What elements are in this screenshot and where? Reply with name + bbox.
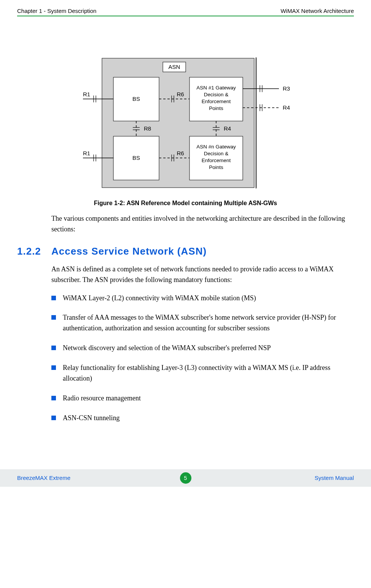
header-left: Chapter 1 - System Description xyxy=(17,8,96,14)
svg-text:Enforcement: Enforcement xyxy=(201,99,231,104)
bullet-text: Relay functionality for establishing Lay… xyxy=(63,363,352,384)
list-item: WiMAX Layer-2 (L2) connectivity with WiM… xyxy=(51,293,352,304)
svg-text:ASN #n Gateway: ASN #n Gateway xyxy=(196,144,236,150)
bullet-icon xyxy=(51,416,56,420)
section-heading: 1.2.2 Access Service Network (ASN) xyxy=(17,245,354,257)
list-item: ASN-CSN tunneling xyxy=(51,413,352,424)
svg-text:R4: R4 xyxy=(224,125,231,132)
section-intro: An ASN is defined as a complete set of n… xyxy=(51,264,352,285)
svg-text:Decision &: Decision & xyxy=(204,151,228,156)
list-item: Relay functionality for establishing Lay… xyxy=(51,363,352,384)
figure-caption: Figure 1-2: ASN Reference Model containi… xyxy=(17,200,354,207)
bullet-icon xyxy=(51,365,56,370)
header-right: WiMAX Network Architecture xyxy=(280,8,354,14)
bullet-icon xyxy=(51,346,56,350)
intro-paragraph: The various components and entities invo… xyxy=(51,214,352,235)
bullet-text: Network discovery and selection of the W… xyxy=(63,343,352,354)
svg-text:R6: R6 xyxy=(177,150,184,156)
svg-text:Points: Points xyxy=(209,164,223,170)
svg-text:ASN: ASN xyxy=(168,64,180,70)
svg-text:Decision &: Decision & xyxy=(204,92,228,97)
svg-text:R6: R6 xyxy=(177,91,184,97)
footer-left: BreezeMAX Extreme xyxy=(17,475,177,481)
svg-text:R3: R3 xyxy=(283,85,290,92)
footer-center: 5 xyxy=(177,472,194,484)
bullet-text: ASN-CSN tunneling xyxy=(63,413,352,424)
svg-text:Points: Points xyxy=(209,105,223,111)
bullet-text: Transfer of AAA messages to the WiMAX su… xyxy=(63,312,352,334)
section-title: Access Service Network (ASN) xyxy=(51,245,207,257)
section-number: 1.2.2 xyxy=(17,245,51,257)
bullet-text: Radio resource management xyxy=(63,393,352,404)
bullet-list: WiMAX Layer-2 (L2) connectivity with WiM… xyxy=(51,293,352,424)
page-number-badge: 5 xyxy=(180,472,191,484)
bullet-icon xyxy=(51,296,56,300)
svg-text:R1: R1 xyxy=(83,150,90,156)
svg-text:R4: R4 xyxy=(283,104,290,111)
figure-svg: ASN BS BS ASN #1 Gateway Decision & Enfo… xyxy=(72,51,300,191)
page-footer: BreezeMAX Extreme 5 System Manual xyxy=(0,469,371,487)
list-item: Radio resource management xyxy=(51,393,352,404)
footer-right: System Manual xyxy=(194,475,354,481)
page-header: Chapter 1 - System Description WiMAX Net… xyxy=(17,8,354,16)
svg-text:R8: R8 xyxy=(144,125,151,132)
bullet-icon xyxy=(51,396,56,400)
svg-text:BS: BS xyxy=(132,96,140,102)
list-item: Transfer of AAA messages to the WiMAX su… xyxy=(51,312,352,334)
bullet-icon xyxy=(51,315,56,320)
svg-text:Enforcement: Enforcement xyxy=(201,158,231,163)
svg-text:ASN #1 Gateway: ASN #1 Gateway xyxy=(196,85,236,91)
bullet-text: WiMAX Layer-2 (L2) connectivity with WiM… xyxy=(63,293,352,304)
list-item: Network discovery and selection of the W… xyxy=(51,343,352,354)
figure-container: ASN BS BS ASN #1 Gateway Decision & Enfo… xyxy=(17,51,354,191)
svg-text:BS: BS xyxy=(132,155,140,161)
svg-text:R1: R1 xyxy=(83,91,90,97)
